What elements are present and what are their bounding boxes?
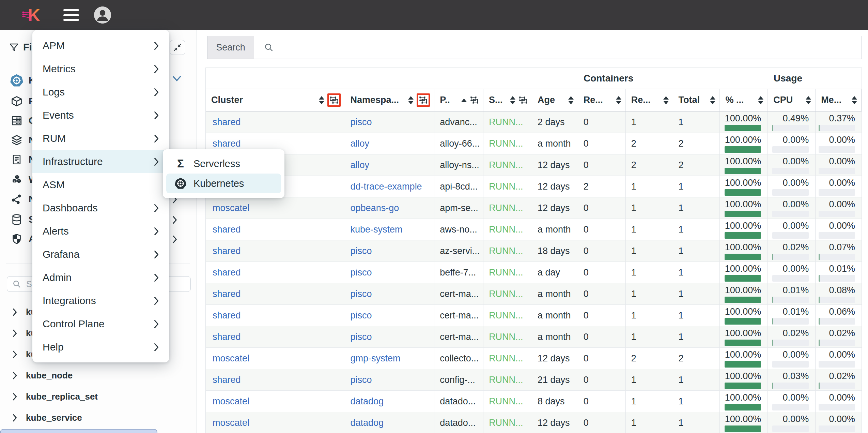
chevron-right-icon[interactable] (12, 350, 17, 358)
namespace-link[interactable]: pisco (345, 283, 435, 304)
column-header[interactable]: Namespa... (345, 89, 435, 111)
menu-item[interactable]: RUM (32, 127, 169, 150)
cluster-link[interactable]: shared (206, 240, 345, 262)
cluster-link[interactable]: moscatel (206, 412, 345, 433)
column-header[interactable]: Age (532, 89, 578, 111)
namespace-link[interactable]: kube-system (345, 219, 435, 240)
user-avatar[interactable] (94, 6, 111, 24)
sort-icon[interactable] (616, 96, 621, 104)
namespace-link[interactable]: pisco (345, 305, 435, 326)
submenu-item-kubernetes[interactable]: Kubernetes (166, 174, 281, 193)
expand-chevron-icon[interactable] (172, 216, 177, 224)
chevron-right-icon[interactable] (12, 372, 17, 379)
sort-icon[interactable] (568, 96, 574, 104)
namespace-link[interactable]: pisco (345, 240, 435, 262)
group-by-icon[interactable] (417, 93, 430, 107)
table-row[interactable]: shared alloy alloy-66... RUNN... a month… (206, 133, 862, 154)
table-row[interactable]: shared pisco cert-ma... RUNN... a month … (206, 326, 862, 348)
namespace-link[interactable]: pisco (345, 262, 435, 283)
table-row[interactable]: shared alloy alloy-ns... RUNN... 12 days… (206, 154, 862, 176)
namespace-link[interactable]: alloy (345, 133, 435, 154)
table-row[interactable]: shared kube-system aws-no... RUNN... a m… (206, 219, 862, 240)
cluster-link[interactable]: shared (206, 262, 345, 283)
sort-icon[interactable] (710, 96, 715, 104)
chevron-right-icon[interactable] (12, 308, 17, 316)
table-row[interactable]: moscatel datadog datado... RUNN... 12 da… (206, 412, 862, 433)
table-row[interactable]: moscatel gmp-system collecto... RUNN... … (206, 348, 862, 369)
cluster-link[interactable]: shared (206, 111, 345, 133)
namespace-link[interactable]: pisco (345, 111, 435, 133)
namespace-link[interactable]: alloy (345, 154, 435, 176)
group-by-icon[interactable] (518, 95, 528, 105)
submenu-item-serverless[interactable]: Σ Serverless (166, 154, 281, 174)
menu-item[interactable]: Alerts (32, 220, 169, 243)
expand-chevron-icon[interactable] (172, 235, 177, 243)
menu-item[interactable]: Admin (32, 266, 169, 289)
column-header[interactable]: Total (673, 89, 720, 111)
group-by-icon[interactable] (470, 95, 479, 105)
namespace-link[interactable]: pisco (345, 369, 435, 390)
namespace-link[interactable]: datadog (345, 412, 435, 433)
table-row[interactable]: moscatel datadog datado... RUNN... 8 day… (206, 391, 862, 412)
sort-asc-icon[interactable] (461, 99, 467, 102)
chevron-right-icon[interactable] (12, 414, 17, 422)
namespace-link[interactable]: pisco (345, 326, 435, 347)
cluster-link[interactable]: shared (206, 283, 345, 304)
column-header[interactable]: S... (483, 89, 532, 111)
column-header[interactable]: Re... (578, 89, 626, 111)
sort-icon[interactable] (510, 96, 515, 104)
namespace-link[interactable]: gmp-system (345, 348, 435, 369)
menu-item[interactable]: Help (32, 335, 169, 359)
table-search-input[interactable] (279, 42, 862, 53)
sort-icon[interactable] (806, 96, 811, 104)
column-header[interactable]: Cluster (206, 89, 345, 111)
column-header[interactable]: Me... (816, 89, 862, 111)
column-header[interactable]: P.. (434, 89, 483, 111)
tree-item[interactable]: kube_node (0, 365, 197, 386)
table-row[interactable]: shared pisco cert-ma... RUNN... a month … (206, 283, 862, 305)
sort-icon[interactable] (758, 96, 763, 104)
menu-item[interactable]: Metrics (32, 57, 169, 80)
hamburger-menu-icon[interactable] (63, 9, 79, 21)
namespace-link[interactable]: datadog (345, 391, 435, 412)
table-row[interactable]: shared pisco config-... RUNN... 21 days … (206, 369, 862, 391)
sort-icon[interactable] (663, 96, 669, 104)
menu-item[interactable]: Integrations (32, 289, 169, 312)
column-header[interactable]: Re... (626, 89, 673, 111)
search-field[interactable] (254, 36, 862, 59)
namespace-link[interactable]: dd-trace-example (345, 176, 435, 197)
chevron-right-icon[interactable] (12, 393, 17, 401)
sort-icon[interactable] (319, 96, 324, 104)
menu-item[interactable]: APM (32, 34, 169, 57)
column-header[interactable]: CPU (768, 89, 816, 111)
cluster-link[interactable]: shared (206, 369, 345, 390)
cluster-link[interactable]: moscatel (206, 197, 345, 219)
cluster-link[interactable]: shared (206, 219, 345, 240)
menu-item[interactable]: Infrastructure (32, 150, 169, 173)
table-row[interactable]: shared pisco az-servi... RUNN... 18 days… (206, 240, 862, 262)
menu-item[interactable]: Grafana (32, 243, 169, 266)
sort-icon[interactable] (408, 96, 414, 104)
cluster-link[interactable]: moscatel (206, 391, 345, 412)
column-header[interactable]: % ... (720, 89, 768, 111)
cluster-link[interactable]: shared (206, 305, 345, 326)
menu-item[interactable]: Logs (32, 80, 169, 104)
menu-item[interactable]: Control Plane (32, 312, 169, 335)
group-by-icon[interactable] (327, 93, 341, 107)
namespace-link[interactable]: opbeans-go (345, 197, 435, 219)
table-row[interactable]: shared pisco beffe-7... RUNN... a day 0 … (206, 262, 862, 283)
cluster-link[interactable]: shared (206, 326, 345, 347)
collapse-sidebar-button[interactable] (170, 40, 185, 55)
horizontal-scrollbar-thumb[interactable] (0, 429, 157, 433)
cluster-link[interactable]: moscatel (206, 348, 345, 369)
table-row[interactable]: moscatel opbeans-go apm-se... RUNN... 12… (206, 197, 862, 219)
tree-item[interactable]: kube_service (0, 407, 197, 428)
table-row[interactable]: dd-trace-example api-8cd... RUNN... 12 d… (206, 176, 862, 197)
tree-item[interactable]: kube_replica_set (0, 386, 197, 407)
brand-logo[interactable]: K (22, 5, 44, 25)
menu-item[interactable]: Dashboards (32, 196, 169, 220)
menu-item[interactable]: ASM (32, 173, 169, 196)
chevron-right-icon[interactable] (12, 329, 17, 337)
table-row[interactable]: shared pisco cert-ma... RUNN... a month … (206, 305, 862, 326)
menu-item[interactable]: Events (32, 104, 169, 127)
